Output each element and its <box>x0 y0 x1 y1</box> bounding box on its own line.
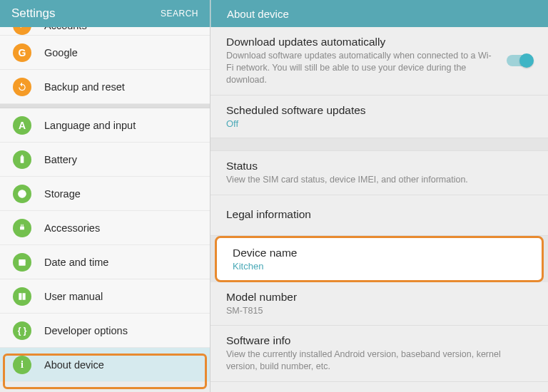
item-desc: View the SIM card status, device IMEI, a… <box>226 174 532 186</box>
item-title: Scheduled software updates <box>226 104 532 117</box>
svg-rect-0 <box>21 156 24 163</box>
google-icon: G <box>13 43 31 62</box>
sidebar-item-label: Battery <box>44 154 77 165</box>
item-title: Device name <box>233 247 526 259</box>
sidebar-item-label: Storage <box>44 188 81 200</box>
sidebar-item-label: Accounts <box>44 27 87 31</box>
item-scheduled-updates[interactable]: Scheduled software updates Off <box>210 96 548 138</box>
item-desc: View the currently installed Android ver… <box>226 349 532 373</box>
item-download-updates[interactable]: Download updates automatically Download … <box>210 27 548 96</box>
item-title: Model number <box>226 291 532 304</box>
sidebar-header: Settings SEARCH <box>0 0 210 27</box>
sidebar: Settings SEARCH Accounts G Google Backup… <box>0 0 210 392</box>
sidebar-item-label: Date and time <box>44 257 108 268</box>
sidebar-item-label: About device <box>44 359 104 371</box>
sidebar-item-accounts[interactable]: Accounts <box>0 27 210 36</box>
page-title: About device <box>227 8 289 20</box>
svg-rect-4 <box>20 226 24 229</box>
item-title: Download updates automatically <box>226 36 498 48</box>
item-title: Status <box>226 160 532 172</box>
main-header: About device <box>210 0 548 27</box>
svg-rect-1 <box>21 155 23 156</box>
item-software-info[interactable]: Software info View the currently install… <box>210 326 548 382</box>
svg-rect-7 <box>19 259 25 265</box>
sidebar-item-label: Developer options <box>44 325 128 336</box>
sidebar-item-label: Language and input <box>44 120 136 131</box>
book-icon <box>13 287 31 306</box>
sidebar-item-label: Google <box>44 47 78 58</box>
item-status[interactable]: Status View the SIM card status, device … <box>210 151 548 195</box>
item-value: Kitchen <box>233 261 526 272</box>
section-gap <box>210 138 548 151</box>
svg-rect-6 <box>23 224 24 226</box>
plug-icon <box>13 219 31 237</box>
info-icon: i <box>13 356 31 374</box>
main-pane: About device Download updates automatica… <box>210 0 548 392</box>
item-desc: Download software updates automatically … <box>226 50 498 86</box>
sidebar-item-accessories[interactable]: Accessories <box>0 211 210 245</box>
sidebar-list[interactable]: Accounts G Google Backup and reset A Lan… <box>0 27 210 392</box>
sidebar-item-developer-options[interactable]: { } Developer options <box>0 314 210 348</box>
svg-point-3 <box>21 192 24 195</box>
braces-icon: { } <box>13 321 31 340</box>
sidebar-item-label: User manual <box>44 291 103 302</box>
svg-rect-8 <box>19 261 25 262</box>
globe-icon: A <box>13 116 31 135</box>
item-device-name[interactable]: Device name Kitchen <box>215 236 544 282</box>
sidebar-item-label: Backup and reset <box>44 81 125 93</box>
item-legal-information[interactable]: Legal information <box>210 195 548 236</box>
storage-icon <box>13 185 31 203</box>
sidebar-item-backup-reset[interactable]: Backup and reset <box>0 70 210 104</box>
download-updates-switch[interactable] <box>507 55 532 66</box>
item-model-number[interactable]: Model number SM-T815 <box>210 282 548 326</box>
item-title: Legal information <box>226 208 532 221</box>
sidebar-item-label: Accessories <box>44 222 100 234</box>
sidebar-item-date-time[interactable]: Date and time <box>0 245 210 279</box>
settings-title: Settings <box>11 6 55 21</box>
main-list[interactable]: Download updates automatically Download … <box>210 27 548 392</box>
sidebar-item-battery[interactable]: Battery <box>0 143 210 177</box>
item-value: Off <box>226 118 532 129</box>
sidebar-item-storage[interactable]: Storage <box>0 177 210 211</box>
sidebar-item-user-manual[interactable]: User manual <box>0 279 210 314</box>
item-battery-info[interactable]: Battery info View your device's battery … <box>210 382 548 392</box>
item-title: Software info <box>226 334 532 347</box>
calendar-icon <box>13 253 31 272</box>
sidebar-item-language-input[interactable]: A Language and input <box>0 108 210 143</box>
arrow-icon <box>13 27 31 35</box>
switch-knob-icon <box>519 53 534 68</box>
svg-rect-5 <box>21 224 21 226</box>
sidebar-item-google[interactable]: G Google <box>0 36 210 70</box>
item-value-plain: SM-T815 <box>226 305 532 317</box>
refresh-icon <box>13 78 31 96</box>
battery-icon <box>13 150 31 169</box>
search-button[interactable]: SEARCH <box>161 9 198 19</box>
sidebar-item-about-device[interactable]: i About device <box>0 348 210 382</box>
